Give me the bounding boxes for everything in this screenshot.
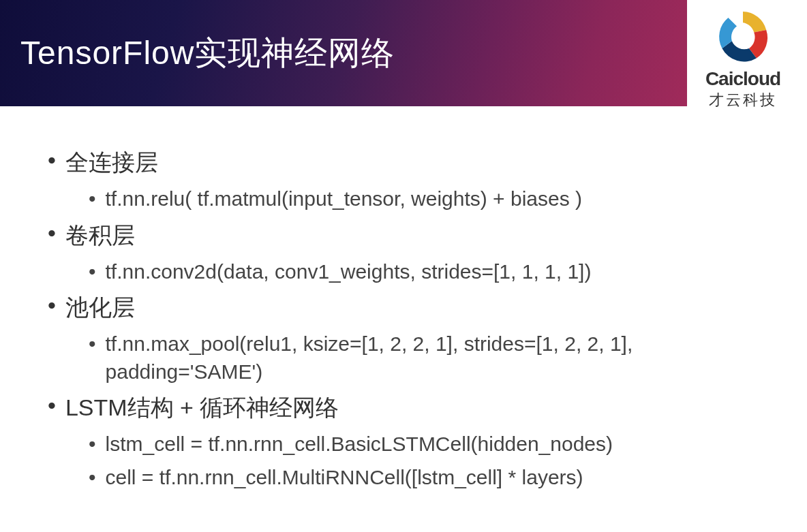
logo-container: Caicloud 才云科技 bbox=[688, 5, 797, 110]
bullet-icon: • bbox=[89, 258, 96, 286]
bullet-text: tf.nn.conv2d(data, conv1_weights, stride… bbox=[106, 258, 766, 286]
list-item: • tf.nn.conv2d(data, conv1_weights, stri… bbox=[89, 258, 766, 286]
bullet-text: 池化层 bbox=[65, 292, 766, 324]
bullet-icon: • bbox=[48, 147, 56, 174]
bullet-text: 全连接层 bbox=[65, 147, 766, 178]
list-item: • tf.nn.relu( tf.matmul(input_tensor, we… bbox=[89, 185, 766, 213]
bullet-text: tf.nn.relu( tf.matmul(input_tensor, weig… bbox=[106, 185, 766, 213]
bullet-icon: • bbox=[48, 220, 56, 247]
list-item: • cell = tf.nn.rnn_cell.MultiRNNCell([ls… bbox=[89, 464, 766, 492]
header-banner: TensorFlow实现神经网络 bbox=[0, 0, 687, 106]
caicloud-logo-icon bbox=[712, 5, 774, 67]
list-item: • 全连接层 bbox=[48, 147, 766, 178]
bullet-text: lstm_cell = tf.nn.rnn_cell.BasicLSTMCell… bbox=[106, 431, 766, 458]
bullet-text: tf.nn.max_pool(relu1, ksize=[1, 2, 2, 1]… bbox=[106, 330, 766, 386]
page-title: TensorFlow实现神经网络 bbox=[20, 31, 395, 75]
bullet-text: 卷积层 bbox=[65, 220, 766, 251]
bullet-icon: • bbox=[89, 330, 96, 358]
bullet-list: • 全连接层 • tf.nn.relu( tf.matmul(input_ten… bbox=[48, 147, 766, 491]
bullet-icon: • bbox=[89, 431, 96, 458]
bullet-text: LSTM结构 + 循环神经网络 bbox=[65, 392, 766, 424]
bullet-icon: • bbox=[89, 464, 96, 492]
bullet-icon: • bbox=[48, 292, 56, 319]
list-item: • 池化层 bbox=[48, 292, 766, 324]
bullet-icon: • bbox=[89, 185, 96, 213]
list-item: • LSTM结构 + 循环神经网络 bbox=[48, 392, 766, 424]
bullet-text: cell = tf.nn.rnn_cell.MultiRNNCell([lstm… bbox=[106, 464, 766, 492]
bullet-icon: • bbox=[48, 392, 56, 419]
logo-subtitle: 才云科技 bbox=[709, 90, 777, 110]
logo-brand-text: Caicloud bbox=[705, 68, 780, 90]
list-item: • 卷积层 bbox=[48, 220, 766, 251]
list-item: • tf.nn.max_pool(relu1, ksize=[1, 2, 2, … bbox=[89, 330, 766, 386]
slide-content: • 全连接层 • tf.nn.relu( tf.matmul(input_ten… bbox=[0, 106, 807, 510]
list-item: • lstm_cell = tf.nn.rnn_cell.BasicLSTMCe… bbox=[89, 431, 766, 458]
